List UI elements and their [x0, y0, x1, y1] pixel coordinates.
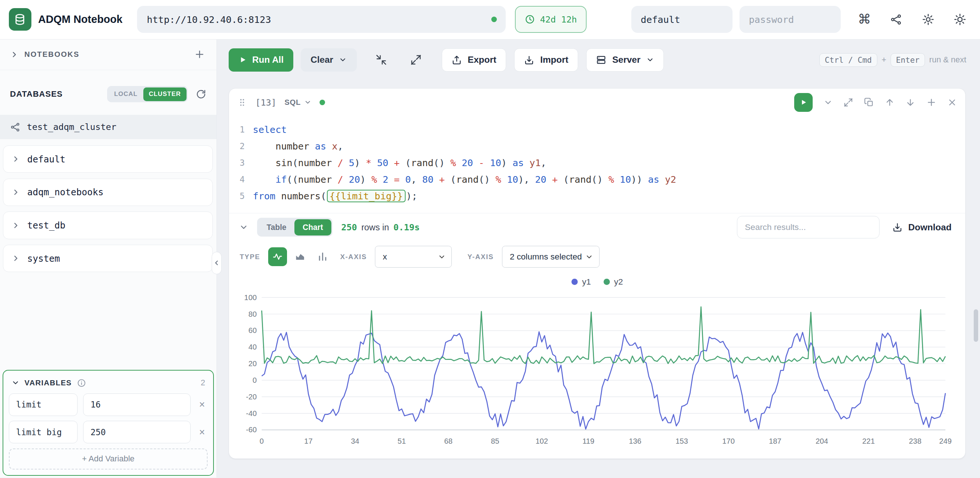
server-url-input[interactable]	[137, 6, 506, 33]
variable-value-input[interactable]	[83, 421, 191, 443]
code-line[interactable]: 5from numbers({{limit_big}});	[229, 188, 965, 205]
table-view-button[interactable]: Table	[259, 219, 295, 235]
area-chart-type-button[interactable]	[291, 247, 310, 266]
adqm-notebook-app: ADQM Notebook 42d 12h ⌘	[0, 0, 980, 478]
legend-dot-y2	[604, 279, 610, 285]
scope-cluster-button[interactable]: CLUSTER	[143, 87, 186, 101]
scope-local-button[interactable]: LOCAL	[108, 87, 143, 101]
export-button[interactable]: Export	[442, 48, 506, 71]
download-icon	[892, 222, 903, 233]
collapse-all-cells-button[interactable]	[373, 52, 389, 68]
database-item-test-db[interactable]: test_db	[3, 211, 213, 239]
code-line[interactable]: 2 number as x,	[229, 138, 965, 155]
legend-item-y2[interactable]: y2	[604, 277, 623, 287]
collapse-results-button[interactable]	[239, 222, 248, 232]
variable-name-input[interactable]	[9, 394, 78, 416]
notebook-cell: [13] SQL	[229, 88, 966, 459]
chevron-down-icon	[11, 379, 19, 387]
sql-editor[interactable]: 1select2 number as x,3 sin(number / 5) *…	[229, 117, 965, 213]
svg-text:100: 100	[244, 293, 257, 301]
search-results-input[interactable]	[737, 216, 880, 238]
y-axis-select[interactable]: 2 columns selected	[502, 246, 600, 268]
cell-language-select[interactable]: SQL	[285, 98, 312, 107]
shortcut-hint-text: run & next	[929, 55, 966, 65]
line-chart-type-button[interactable]	[268, 247, 287, 266]
delete-cell-button[interactable]	[947, 97, 957, 107]
svg-text:85: 85	[491, 437, 500, 445]
expand-icon	[843, 97, 853, 107]
command-palette-button[interactable]: ⌘	[857, 12, 872, 27]
drag-handle-icon[interactable]	[237, 97, 247, 107]
database-item-default[interactable]: default	[3, 145, 213, 173]
line-number: 5	[229, 188, 253, 205]
theme-toggle-button[interactable]	[953, 12, 968, 27]
code-line[interactable]: 4 if((number / 20) % 2 = 0, 80 + (rand()…	[229, 171, 965, 188]
svg-text:249: 249	[939, 437, 951, 445]
run-all-button[interactable]: Run All	[229, 48, 293, 71]
y-axis-label: Y-AXIS	[467, 253, 493, 261]
server-menu-button[interactable]: Server	[586, 48, 664, 71]
scrollbar-thumb[interactable]	[974, 309, 978, 342]
remove-variable-button[interactable]: ×	[197, 426, 208, 438]
database-item-system[interactable]: system	[3, 245, 213, 272]
x-axis-select[interactable]: x	[375, 246, 452, 268]
cell-fold-controls	[373, 52, 425, 68]
line-number: 3	[229, 155, 253, 171]
remove-variable-button[interactable]: ×	[197, 399, 208, 410]
import-button[interactable]: Import	[514, 48, 578, 71]
variable-row: ×	[9, 394, 208, 416]
password-input[interactable]	[740, 6, 841, 33]
run-options-button[interactable]	[823, 98, 833, 107]
info-icon	[77, 378, 86, 387]
bar-chart-type-button[interactable]	[313, 247, 332, 266]
variable-value-input[interactable]	[83, 394, 191, 416]
add-variable-button[interactable]: + Add Variable	[9, 448, 208, 470]
notebooks-section-header[interactable]: NOTEBOOKS	[0, 40, 216, 70]
bar-chart-icon	[317, 251, 328, 262]
username-input[interactable]	[631, 6, 732, 33]
chevron-down-icon	[239, 222, 248, 232]
sidebar: NOTEBOOKS DATABASES LOCAL CLUSTER	[0, 40, 217, 478]
notebook-io-buttons: Export Import Server	[442, 48, 664, 71]
chart-view-button[interactable]: Chart	[294, 219, 331, 235]
variables-panel-header[interactable]: VARIABLES 2	[9, 377, 208, 394]
svg-text:51: 51	[398, 437, 406, 445]
code-line[interactable]: 1select	[229, 121, 965, 138]
chart-controls: TYPE X-AXIS x	[229, 241, 965, 272]
run-cell-button[interactable]	[794, 93, 813, 112]
sidebar-collapse-handle[interactable]	[212, 252, 222, 274]
results-view-toggle: Table Chart	[257, 218, 332, 237]
server-icon	[596, 55, 606, 65]
svg-text:238: 238	[909, 437, 921, 445]
share-button[interactable]	[889, 12, 904, 27]
move-cell-up-button[interactable]	[885, 97, 895, 107]
add-notebook-button[interactable]	[194, 49, 205, 60]
expand-cell-button[interactable]	[843, 97, 853, 107]
cluster-name: test_adqm_cluster	[27, 122, 116, 132]
svg-text:-40: -40	[246, 409, 256, 417]
chevron-left-icon	[213, 259, 220, 267]
duplicate-cell-button[interactable]	[864, 97, 874, 107]
app-title: ADQM Notebook	[38, 13, 122, 25]
close-icon	[947, 97, 957, 107]
legend-item-y1[interactable]: y1	[571, 277, 591, 287]
database-item-adqm-notebooks[interactable]: adqm_notebooks	[3, 179, 213, 206]
svg-text:119: 119	[582, 437, 594, 445]
chart-area: y1 y2 -60-40-200204060801000173451688510…	[229, 272, 965, 459]
cluster-item[interactable]: test_adqm_cluster	[0, 115, 216, 139]
expand-all-cells-button[interactable]	[408, 52, 424, 68]
export-icon	[452, 55, 462, 65]
add-cell-button[interactable]	[926, 97, 937, 108]
code-line[interactable]: 3 sin(number / 5) * 50 + (rand() % 20 - …	[229, 155, 965, 171]
clear-button[interactable]: Clear	[301, 48, 356, 71]
settings-button[interactable]	[921, 12, 935, 27]
collapse-cells-icon	[375, 54, 387, 66]
refresh-databases-button[interactable]	[196, 89, 207, 100]
chevron-right-icon	[10, 50, 19, 59]
download-button[interactable]: Download	[888, 222, 955, 233]
variable-name-input[interactable]	[9, 421, 78, 443]
header-icon-group: ⌘	[857, 12, 967, 27]
move-cell-down-button[interactable]	[905, 97, 915, 107]
svg-text:17: 17	[304, 437, 312, 445]
arrow-up-icon	[885, 97, 895, 107]
